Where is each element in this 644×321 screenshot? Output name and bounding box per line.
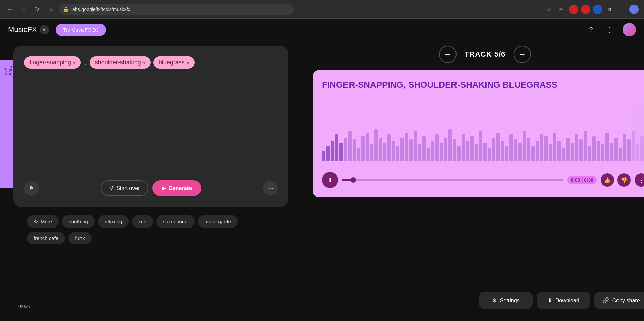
bookmark-icon[interactable]: ☆	[545, 5, 554, 14]
share-icon: 🔗	[602, 297, 609, 304]
waveform-bar-16	[392, 141, 395, 161]
waveform-bar-40	[496, 133, 500, 161]
time-display-text: 0:03 /	[18, 304, 30, 309]
chip-funk[interactable]: funk	[68, 232, 91, 244]
chrome-profile-avatar[interactable]	[629, 5, 639, 14]
more-suggestions-button[interactable]: ↻ More	[27, 215, 59, 228]
waveform-bar-60	[584, 131, 587, 161]
waveform-bar-21	[414, 131, 417, 161]
edit-icon[interactable]: ✏	[557, 5, 566, 14]
reload-button[interactable]: ↻	[32, 5, 42, 14]
pause-button[interactable]: ⏸	[322, 172, 338, 188]
try-musicfx-dj-button[interactable]: Try MusicFX DJ	[56, 24, 106, 36]
main-content: G, FAME finger-snapping ▾ , shoulder-sha…	[0, 40, 644, 321]
download-button[interactable]: ⬇ Download	[537, 292, 590, 309]
generate-button[interactable]: ▶ Generate	[152, 180, 201, 196]
suggestion-row-2: french cafe funk	[27, 232, 275, 244]
waveform-bar-25	[431, 141, 434, 161]
waveform-bar-12	[374, 129, 378, 161]
logo-dropdown-btn[interactable]: ▾	[40, 25, 49, 34]
chip-french-cafe[interactable]: french cafe	[27, 232, 65, 244]
waveform-bar-31	[457, 146, 461, 161]
chip-relaxing[interactable]: relaxing	[98, 215, 129, 228]
extension-icon-2[interactable]	[581, 5, 590, 14]
waveform-bar-15	[387, 134, 391, 161]
progress-bar[interactable]	[342, 179, 563, 181]
chip-avant-garde-label: avant garde	[205, 219, 231, 224]
track-prev-button[interactable]: ←	[439, 46, 457, 63]
start-over-label: Start over	[116, 185, 140, 191]
time-indicator: 0:03 /	[18, 304, 30, 309]
copy-share-link-button[interactable]: 🔗 Copy share link	[594, 292, 644, 309]
settings-button[interactable]: ⚙ Settings	[479, 292, 533, 309]
waveform-container[interactable]	[322, 96, 644, 167]
prompt-more-button[interactable]: ⋯	[263, 181, 278, 196]
chip-avant-garde[interactable]: avant garde	[198, 215, 238, 228]
chip-soothing[interactable]: soothing	[62, 215, 95, 228]
waveform-bar-10	[366, 133, 369, 161]
waveform-bar-23	[422, 136, 426, 161]
player-controls: ⏸ 0:00 / 0:30 👍 👎 ⋮	[322, 172, 644, 188]
waveform-bar-9	[361, 136, 365, 161]
waveform-bar-35	[475, 144, 478, 161]
track-more-options-button[interactable]: ⋮	[635, 173, 644, 187]
waveform-bar-29	[448, 129, 452, 161]
like-button[interactable]: 👍	[601, 173, 614, 187]
waveform-bar-50	[540, 134, 543, 161]
flag-button[interactable]: ⚑	[24, 181, 39, 196]
waveform-bar-65	[605, 133, 609, 161]
track-next-button[interactable]: →	[514, 46, 531, 63]
prompt-footer: ⚑ ↺ Start over ▶ Generate ⋯	[24, 180, 278, 196]
waveform-bar-55	[562, 148, 565, 161]
time-display-track: 0:00 / 0:30	[567, 176, 597, 184]
home-button[interactable]: ⌂	[46, 5, 55, 14]
waveform-bar-33	[466, 141, 469, 161]
waveform-bar-4	[339, 143, 343, 161]
tag-finger-snapping-chevron: ▾	[73, 60, 75, 65]
waveform-bar-57	[571, 143, 574, 161]
start-over-button[interactable]: ↺ Start over	[101, 180, 148, 196]
extension-icon-3[interactable]	[593, 5, 602, 14]
help-button[interactable]: ?	[585, 24, 597, 36]
waveform-bar-66	[610, 143, 613, 161]
refresh-icon: ↻	[34, 218, 38, 225]
extension-icon-1[interactable]	[569, 5, 578, 14]
waveform-bar-42	[505, 146, 508, 161]
address-bar[interactable]: 🔒 labs.google/fx/tools/music-fx	[59, 4, 294, 15]
waveform-bar-47	[527, 138, 530, 161]
track-label: TRACK 5/6	[465, 50, 506, 59]
tag-finger-snapping-label: finger-snapping	[30, 59, 71, 66]
lock-icon: 🔒	[63, 7, 69, 12]
partial-card-right	[631, 101, 644, 168]
tag-shoulder-shaking-label: shoulder-shaking	[95, 59, 141, 66]
waveform-bar-5	[344, 138, 347, 161]
track-navigation: ← TRACK 5/6 →	[313, 46, 644, 63]
header-right: ? ⋮	[585, 23, 636, 36]
more-label: More	[41, 219, 52, 224]
back-button[interactable]: ←	[5, 5, 15, 14]
more-options-header-button[interactable]: ⋮	[604, 24, 616, 36]
app-container: MusicFX ▾ Try MusicFX DJ ? ⋮ G, FAME fin…	[0, 19, 644, 321]
browser-chrome: ← → ↻ ⌂ 🔒 labs.google/fx/tools/music-fx …	[0, 0, 644, 19]
logo-area: MusicFX ▾	[8, 25, 49, 34]
forward-button[interactable]: →	[19, 5, 28, 14]
chip-french-cafe-label: french cafe	[34, 235, 58, 241]
tag-bluegrass-chevron: ▾	[187, 60, 189, 65]
extensions-btn[interactable]: ⧉	[605, 5, 614, 14]
waveform-bar-28	[444, 138, 447, 161]
waveform-bar-22	[418, 144, 421, 161]
tag-bluegrass[interactable]: bluegrass ▾	[153, 56, 195, 69]
dislike-button[interactable]: 👎	[617, 173, 631, 187]
start-over-icon: ↺	[109, 185, 114, 191]
chip-saxophone[interactable]: saxophone	[156, 215, 194, 228]
chip-soothing-label: soothing	[69, 219, 88, 224]
waveform-bar-68	[619, 148, 622, 161]
tag-finger-snapping[interactable]: finger-snapping ▾	[24, 56, 81, 69]
track-title: FINGER-SNAPPING, SHOULDER-SHAKING BLUEGR…	[322, 79, 644, 91]
more-chrome-btn[interactable]: ⋮	[617, 5, 627, 14]
waveform-bar-41	[501, 141, 504, 161]
tag-shoulder-shaking[interactable]: shoulder-shaking ▾	[90, 56, 151, 69]
user-avatar[interactable]	[623, 23, 636, 36]
waveform-bar-26	[435, 134, 439, 161]
chip-rnb[interactable]: rnb	[132, 215, 153, 228]
